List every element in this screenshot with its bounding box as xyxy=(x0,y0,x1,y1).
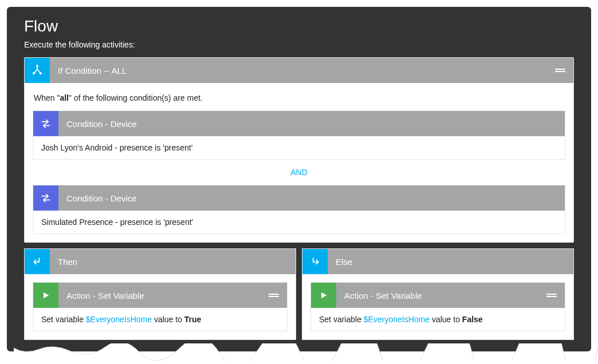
condition-body-text: Josh Lyon's Android - presence is 'prese… xyxy=(33,136,565,159)
flow-editor-panel: Flow Execute the following activities: I… xyxy=(7,7,591,351)
action-header-label: Action - Set Variable xyxy=(344,291,422,300)
drag-handle-icon[interactable] xyxy=(269,293,279,298)
action-set-variable-block[interactable]: Action - Set Variable Set variable $Ever… xyxy=(310,282,565,331)
branch-icon xyxy=(25,58,50,83)
condition-joiner: AND xyxy=(33,160,565,185)
play-icon xyxy=(33,283,58,308)
else-label: Else xyxy=(336,257,352,267)
drag-handle-icon[interactable] xyxy=(555,68,565,73)
if-block-header[interactable]: If Condition -- ALL xyxy=(25,58,573,83)
svg-point-2 xyxy=(40,73,42,74)
then-label: Then xyxy=(58,257,77,267)
if-block-label: If Condition -- ALL xyxy=(58,66,127,76)
then-block[interactable]: Then Action - Set Variable xyxy=(24,248,296,340)
variable-name: $EveryoneIsHome xyxy=(86,315,152,324)
variable-value: False xyxy=(462,315,483,324)
variable-value: True xyxy=(184,315,202,324)
condition-device-block[interactable]: Condition - Device Josh Lyon's Android -… xyxy=(33,110,565,160)
action-header-label: Action - Set Variable xyxy=(66,291,144,300)
condition-header-label: Condition - Device xyxy=(66,193,137,203)
then-block-header[interactable]: Then xyxy=(25,249,296,274)
swap-icon xyxy=(33,111,58,136)
svg-point-0 xyxy=(37,65,38,67)
else-block-header[interactable]: Else xyxy=(302,249,573,274)
action-set-variable-block[interactable]: Action - Set Variable Set variable $Ever… xyxy=(33,282,288,331)
page-subtitle: Execute the following activities: xyxy=(7,40,591,57)
condition-header-label: Condition - Device xyxy=(66,119,137,129)
swap-icon xyxy=(33,185,58,211)
action-body-text: Set variable $EveryoneIsHome value to Fa… xyxy=(311,308,565,331)
when-condition-text: When "all" of the following condition(s)… xyxy=(34,93,565,102)
else-block[interactable]: Else Action - Set Variable xyxy=(302,248,574,340)
if-condition-block[interactable]: If Condition -- ALL When "all" of the fo… xyxy=(24,57,574,243)
action-body-text: Set variable $EveryoneIsHome value to Tr… xyxy=(33,308,287,331)
svg-point-1 xyxy=(33,73,35,74)
page-title: Flow xyxy=(7,7,591,40)
variable-name: $EveryoneIsHome xyxy=(364,315,430,324)
condition-body-text: Simulated Presence - presence is 'presen… xyxy=(33,211,565,234)
condition-device-block[interactable]: Condition - Device Simulated Presence - … xyxy=(33,185,565,234)
return-down-icon xyxy=(25,249,50,274)
then-else-row: Then Action - Set Variable xyxy=(24,248,574,340)
drag-handle-icon[interactable] xyxy=(546,293,557,298)
return-forward-icon xyxy=(302,249,328,274)
play-icon xyxy=(311,283,336,308)
